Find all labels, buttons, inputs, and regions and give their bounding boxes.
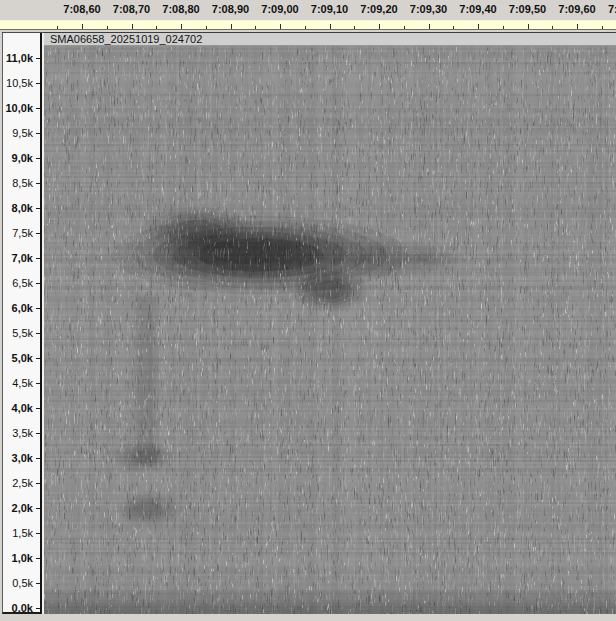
bottom-strip [0, 614, 616, 621]
time-label: 7:09,30 [410, 3, 447, 15]
frequency-label: 8,5k [12, 177, 33, 189]
time-label: 7:08,80 [162, 3, 199, 15]
time-label: 7:09,50 [509, 3, 546, 15]
ruler-tick-minor [453, 26, 454, 29]
time-label: 7:08,60 [63, 3, 100, 15]
ruler-tick-minor [107, 26, 108, 29]
time-ruler: 7:08,607:08,707:08,807:08,907:09,007:09,… [0, 0, 616, 20]
frequency-label: 8,0k [12, 202, 33, 214]
frequency-label: 4,0k [12, 402, 33, 414]
ruler-tick-minor [255, 26, 256, 29]
frequency-label: 6,0k [12, 302, 33, 314]
frequency-label: 0,0k [12, 602, 33, 614]
spectrogram-viewer: { "window": { "bg_color": "#d6d3ce" }, "… [0, 0, 616, 621]
ruler-tick-minor [552, 26, 553, 29]
ruler-tick-minor [57, 26, 58, 29]
ruler-tick-minor [602, 26, 603, 29]
time-label: 7:09,00 [261, 3, 298, 15]
ruler-tick-major [379, 24, 380, 29]
frequency-label: 2,0k [12, 502, 33, 514]
ruler-tick-major [82, 24, 83, 29]
ruler-tick-minor [503, 26, 504, 29]
ruler-tick-major [577, 24, 578, 29]
frequency-label: 1,0k [12, 552, 33, 564]
frequency-label: 5,0k [12, 352, 33, 364]
frequency-label: 3,5k [12, 427, 33, 439]
time-label: 7:09,10 [311, 3, 348, 15]
ruler-tick-major [280, 24, 281, 29]
frequency-label: 0,5k [12, 577, 33, 589]
frequency-label: 11,0k [6, 52, 33, 64]
frequency-label: 3,0k [12, 452, 33, 464]
ruler-tick-major [231, 24, 232, 29]
ruler-tick-major [528, 24, 529, 29]
frequency-label: 5,5k [12, 327, 33, 339]
frequency-label: 7,0k [12, 252, 33, 264]
time-label: 7:08,90 [212, 3, 249, 15]
spectrogram-canvas[interactable] [44, 46, 616, 614]
ruler-tick-minor [206, 26, 207, 29]
time-label: 7:09,60 [558, 3, 595, 15]
ruler-tick-minor [404, 26, 405, 29]
frequency-label: 9,0k [12, 152, 33, 164]
spectrogram-title: SMA06658_20251019_024702 [50, 33, 202, 45]
frequency-label: 2,5k [12, 477, 33, 489]
time-label: 7:08,70 [113, 3, 150, 15]
frequency-label: 1,5k [12, 527, 33, 539]
frequency-label: 7,5k [12, 227, 33, 239]
time-label: 7:09,20 [360, 3, 397, 15]
spectrogram-title-bar: SMA06658_20251019_024702 [44, 33, 616, 46]
ruler-tick-major [181, 24, 182, 29]
ruler-tick-minor [354, 26, 355, 29]
frequency-label: 9,5k [12, 127, 33, 139]
time-label-partial: 7:09 [608, 3, 616, 15]
frequency-label: 10,5k [6, 77, 33, 89]
frequency-axis: 11,0k10,5k10,0k9,5k9,0k8,5k8,0k7,5k7,0k6… [2, 33, 41, 614]
frequency-label: 4,5k [12, 377, 33, 389]
ruler-tick-minor [156, 26, 157, 29]
ruler-tick-major [429, 24, 430, 29]
spectrogram-panel: SMA06658_20251019_024702 [44, 32, 616, 614]
ruler-tick-major [132, 24, 133, 29]
frequency-label: 6,5k [12, 277, 33, 289]
ruler-tick-major [478, 24, 479, 29]
time-ruler-tick-strip[interactable] [0, 20, 616, 30]
ruler-tick-major [330, 24, 331, 29]
time-label: 7:09,40 [459, 3, 496, 15]
ruler-tick-minor [305, 26, 306, 29]
frequency-label: 10,0k [5, 102, 33, 114]
